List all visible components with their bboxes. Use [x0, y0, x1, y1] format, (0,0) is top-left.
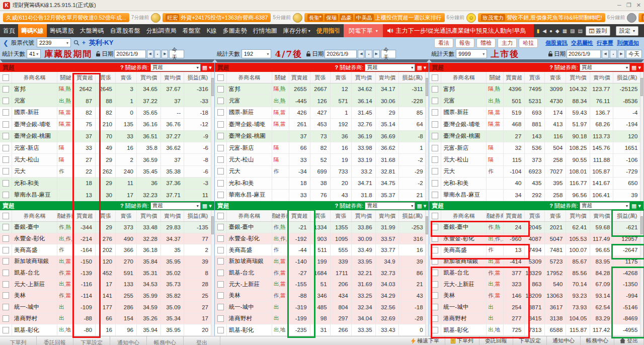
table-row[interactable]: 元大作-3469973333.232.81-29 [215, 166, 429, 178]
today-button[interactable]: 今天 [381, 50, 396, 58]
nav-item-行情地圖[interactable]: 行情地圖 [250, 24, 280, 37]
row-checkbox[interactable] [432, 270, 438, 276]
table-row[interactable]: 臺灣企銀-桃園2714311690.18113.73120 [429, 131, 643, 142]
nav-item-K線[interactable]: K線 [204, 24, 220, 37]
row-checkbox[interactable] [432, 180, 438, 187]
bottom-item-下單列[interactable]: 下單列 [0, 336, 37, 345]
panel-menu-icon[interactable]: ▾ [638, 64, 641, 71]
col-header-7[interactable]: 賣均價 [161, 210, 184, 221]
grid-view-icon[interactable]: ▦ [417, 203, 422, 209]
minimize-button[interactable]: ─ [617, 2, 621, 9]
col-header-3[interactable]: 買賣超 [504, 72, 525, 83]
table-row[interactable]: 新加坡商瑞銀出,當-14019933933.9534.939 [215, 256, 429, 268]
col-header-7[interactable]: 賣均價 [376, 72, 399, 83]
date-input[interactable]: 2026/1/9 [325, 50, 357, 58]
col-header-5[interactable]: 賣張 [331, 210, 352, 221]
prev-day-button[interactable]: ◀ [147, 50, 153, 58]
folder-icon[interactable]: ▤ [578, 28, 583, 34]
table-row[interactable]: 光和-和美18382034.7134.75-2 [215, 178, 429, 189]
headset-icon[interactable]: ● [549, 28, 552, 34]
today-button[interactable]: 今天 [169, 50, 184, 58]
col-header-2[interactable]: 關鍵 [272, 72, 289, 83]
table-row[interactable]: 凱基-台北作,當377183291795285.5684.28-4268 [429, 268, 643, 279]
table-row[interactable]: 臺灣企銀-埔墘隔,當46888141351.9768.26-194 [429, 119, 643, 130]
filter-select[interactable]: 買超▾ [150, 64, 201, 71]
table-row[interactable]: 美商高盛作-4451155533.4933.7716 [215, 244, 429, 256]
panel-menu-icon[interactable]: ▾ [209, 64, 212, 71]
col-header-5[interactable]: 賣張 [331, 72, 352, 83]
ticker-item[interactable]: 旺宏外資+24175投信+1363自營商-6387 [163, 13, 271, 22]
panel-menu-icon[interactable]: ▾ [424, 64, 427, 71]
table-row[interactable]: 港商野村出-886615435.2635.3417 [0, 313, 214, 325]
row-checkbox[interactable] [432, 98, 438, 104]
ticker-item[interactable]: 致茂電力營收不錯,股價像死魚等待&時間翻轉吧! [478, 13, 605, 22]
row-checkbox[interactable] [432, 327, 438, 333]
action-button-看法[interactable]: 看法 [434, 38, 453, 48]
row-checkbox[interactable] [217, 86, 224, 93]
nav-item-首頁[interactable]: 首頁 [0, 24, 18, 37]
table-row[interactable]: 統一-城中出2543871361773.9362.54-5146 [429, 302, 643, 313]
table-row[interactable]: 美林作,當146132091306393.2393.14-994 [429, 290, 643, 302]
bottom-item-下單列[interactable]: 下單列 [445, 336, 479, 345]
image-icon[interactable]: ▨ [570, 28, 575, 34]
bottom-item-登出[interactable]: 登出 [614, 336, 644, 345]
ticker-item[interactable]: 盤勢評價 [638, 13, 644, 22]
table-row[interactable]: 統一-城中出-31948580432.3432.56-18 [215, 302, 429, 313]
stock-link-行事曆[interactable]: 行事曆 [597, 39, 613, 47]
table-row[interactable]: 統一-城中出-10917728634.5935.0927 [0, 302, 214, 313]
col-header-6[interactable]: 買均價 [566, 72, 590, 83]
col-header-6[interactable]: 買均價 [352, 210, 376, 221]
bottom-item-帳務中心[interactable]: 帳務中心 [581, 336, 614, 345]
table-scrollbar[interactable] [640, 72, 643, 201]
row-checkbox[interactable] [3, 235, 9, 242]
col-header-7[interactable]: 賣均價 [590, 72, 613, 83]
collapse-arrow-icon[interactable] [0, 59, 215, 62]
grid-view-icon[interactable]: ▦ [417, 64, 422, 71]
table-row[interactable]: 元大-上新莊出,當-1555120631.6934.0321 [215, 279, 429, 290]
date-input[interactable]: 2026/1/9 [114, 50, 145, 58]
col-header-1[interactable]: 券商名稱 [441, 210, 487, 221]
row-checkbox[interactable] [432, 247, 438, 253]
col-header-8[interactable]: 損益(萬) [399, 72, 426, 83]
lock-icon[interactable] [548, 51, 553, 57]
col-header-7[interactable]: 賣均價 [376, 210, 399, 221]
col-header-5[interactable]: 賣張 [545, 210, 566, 221]
table-row[interactable]: 新加坡商瑞銀出,當-4145309572385.6783.951175 [429, 256, 643, 268]
col-header-4[interactable]: 買張 [96, 210, 116, 221]
table-row[interactable]: 新加坡商瑞銀出,當-15012027035.8435.9539 [0, 256, 214, 268]
bottom-item-委託回報[interactable]: 委託回報 [37, 336, 73, 345]
stock-link-個股資訊[interactable]: 個股資訊 [545, 39, 568, 47]
scrollbar-thumb[interactable] [640, 78, 643, 96]
nav-item-分點調查局[interactable]: 分點調查局 [143, 24, 180, 37]
chart-icon[interactable]: ▦ [562, 28, 567, 34]
row-checkbox[interactable] [3, 180, 9, 187]
row-checkbox[interactable] [217, 156, 224, 163]
row-checkbox[interactable] [3, 121, 9, 128]
col-header-8[interactable]: 損益(萬) [613, 210, 640, 221]
table-row[interactable]: 元大-上新莊出,當32386354070.1467.09-1350 [429, 279, 643, 290]
table-row[interactable]: 永豐金-彰化出,作,…-21427649032.2834.3777 [0, 233, 214, 245]
table-row[interactable]: 元大-上新莊出,當-1161713334.5335.7328 [0, 279, 214, 290]
collapse-arrow-icon[interactable] [429, 59, 644, 62]
next-day-button[interactable]: ▶ [373, 50, 380, 58]
col-header-2[interactable]: 關鍵券商 [272, 210, 289, 221]
select-all-checkbox[interactable] [217, 213, 224, 219]
row-checkbox[interactable] [432, 156, 438, 163]
table-row[interactable]: 元富-新店隔33491635.836.62-6 [0, 142, 214, 154]
row-checkbox[interactable] [432, 133, 438, 139]
table-row[interactable]: 美商高盛作-16420236636.18352 [0, 244, 214, 256]
grid-view-icon[interactable]: ▦ [631, 64, 636, 71]
table-scrollbar[interactable] [640, 210, 643, 336]
table-scrollbar[interactable] [425, 210, 429, 336]
col-header-2[interactable]: 關鍵 [487, 72, 504, 83]
bottom-item-通知中心[interactable]: 通知中心 [110, 336, 147, 345]
row-checkbox[interactable] [3, 192, 9, 198]
table-row[interactable]: 臺銀-臺中作,熱-211334135533.8631.99-253 [215, 222, 429, 233]
nav-item-多圖走勢[interactable]: 多圖走勢 [220, 24, 250, 37]
table-row[interactable]: 凱基-彰化出,地72573136588115.87117.42-4955 [429, 324, 643, 336]
row-checkbox[interactable] [217, 315, 224, 322]
table-row[interactable]: 華南永昌-麻豆33764331.835.3721 [215, 190, 429, 201]
row-checkbox[interactable] [3, 98, 9, 104]
scrollbar-thumb[interactable] [211, 216, 214, 234]
table-row[interactable]: 臺灣企銀-埔墘隔,當26145319232.7635.1464 [215, 119, 429, 130]
